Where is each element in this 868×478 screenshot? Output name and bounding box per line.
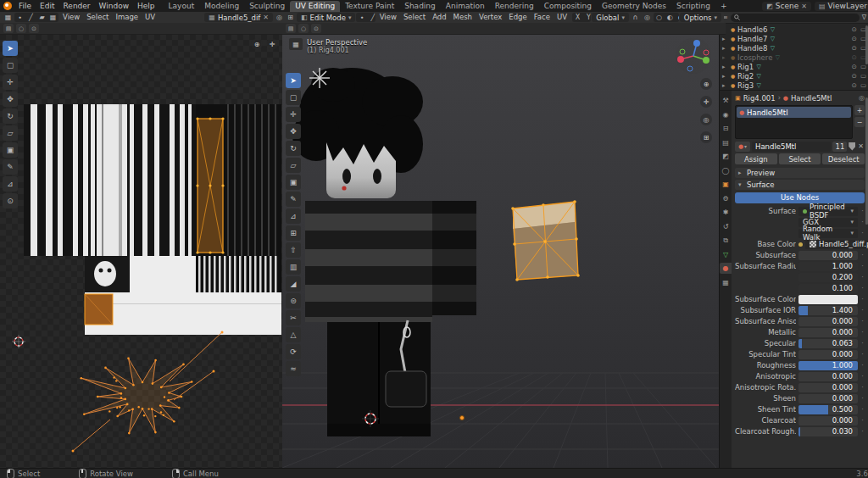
expand-arrow-icon[interactable]: ▸ <box>722 36 728 42</box>
uv-select-mode-icon[interactable]: ╱ <box>25 13 36 22</box>
viewport-tool-transform[interactable]: ▣ <box>286 175 301 190</box>
app-menu-item[interactable]: File <box>14 0 36 12</box>
viewport-tool-scale[interactable]: ▱ <box>286 158 301 173</box>
material-slot-list[interactable]: ● Handle5Mtl <box>735 105 853 139</box>
object-name[interactable]: Rig1 <box>737 63 754 71</box>
properties-tab-world[interactable]: ◯ <box>720 165 732 176</box>
decorator-dot[interactable]: · <box>860 340 865 347</box>
viewport-menu-item[interactable]: Mesh <box>450 12 476 23</box>
properties-tab-output[interactable]: ⊟ <box>720 123 732 134</box>
grid-ortho-icon[interactable]: ⊞ <box>700 131 712 143</box>
viewport-menu-item[interactable]: UV <box>554 12 570 23</box>
uv-tool-transform[interactable]: ▣ <box>3 142 18 158</box>
uv-menu-item[interactable]: Select <box>83 12 112 23</box>
decorator-dot[interactable]: · <box>860 329 865 336</box>
workspace-tab[interactable]: + <box>715 1 732 12</box>
viewport-shading-icon[interactable]: ◐ <box>665 13 676 22</box>
property-slider[interactable]: 1.000 <box>798 262 858 271</box>
viewport-tool-loop-cut[interactable]: ⊜ <box>286 293 301 308</box>
hide-eye-icon[interactable]: ⊙ <box>852 53 857 61</box>
workspace-tab[interactable]: Compositing <box>539 1 597 12</box>
object-name[interactable]: Handle8 <box>737 44 767 53</box>
viewport-tool-bevel[interactable]: ◢ <box>286 276 301 292</box>
unlink-image-icon[interactable]: ✕ <box>263 14 269 21</box>
camera-view-icon[interactable]: ◎ <box>700 114 712 125</box>
uv-tool-cursor-2d[interactable]: ✛ <box>3 75 18 90</box>
viewport-tool-cursor-3d[interactable]: ✛ <box>286 107 301 122</box>
pan-icon[interactable]: ✛ <box>700 96 712 108</box>
viewport-canvas[interactable] <box>282 34 719 468</box>
decorator-dot[interactable]: · <box>860 384 865 392</box>
decorator-dot[interactable]: · <box>860 263 865 270</box>
object-name[interactable]: Rig2 <box>737 72 754 81</box>
outliner-row[interactable]: ▸ ● Rig2 ▽ ⊙ ▭ <box>720 71 868 81</box>
decorator-dot[interactable]: · <box>860 395 865 403</box>
viewport-tool-annotate[interactable]: ✎ <box>286 192 301 207</box>
app-menu-item[interactable]: Edit <box>36 0 58 12</box>
mesh-select-mode-icon[interactable]: ╱ <box>367 13 375 22</box>
property-slider[interactable]: 1.000 <box>798 361 858 370</box>
outliner-row[interactable]: ▸ ● Handle8 ▽ ⊙ ▭ <box>720 43 868 53</box>
workspace-tab[interactable]: Animation <box>441 1 490 12</box>
filter-icon[interactable]: ∇ <box>862 14 866 21</box>
properties-tab-view-layer[interactable]: ▤ <box>720 137 732 148</box>
uv-pivot-icon[interactable]: ⊙ <box>29 24 39 33</box>
uv-editor-canvas[interactable] <box>0 34 284 468</box>
property-slider[interactable]: 0.063 <box>798 339 858 348</box>
properties-tab-physics[interactable]: ↺ <box>720 221 732 232</box>
properties-tab-object-data[interactable]: ▽ <box>720 249 732 260</box>
viewport-tool-add-cube[interactable]: ⊞ <box>286 225 301 241</box>
viewport-tool-poly-build[interactable]: △ <box>286 327 301 342</box>
breadcrumb-object[interactable]: Rig4.001 <box>743 94 776 103</box>
properties-tab-render[interactable]: ◉ <box>720 109 732 120</box>
property-slider[interactable]: 0.000 <box>798 416 858 425</box>
viewport-shading-icon[interactable]: ● <box>676 13 679 22</box>
orientation-selector[interactable]: Global ▾ <box>592 13 629 22</box>
property-slider[interactable]: 0.000 <box>798 251 858 260</box>
object-name[interactable]: Rig3 <box>737 81 754 90</box>
properties-tab-constraints[interactable]: ⧉ <box>720 235 732 246</box>
workspace-tab[interactable]: Scripting <box>671 1 715 12</box>
properties-tab-tool[interactable]: ⚒ <box>720 95 732 106</box>
properties-tab-texture[interactable]: ▦ <box>720 277 732 288</box>
viewport-tool-smooth[interactable]: ≈ <box>286 361 301 376</box>
decorator-dot[interactable]: · <box>860 362 865 370</box>
mesh-select-mode-icon[interactable]: ∙ <box>356 13 367 22</box>
decorator-dot[interactable]: · <box>860 230 865 237</box>
decorator-dot[interactable]: · <box>860 406 865 414</box>
workspace-tab[interactable]: Shading <box>399 1 441 12</box>
viewport-tool-inset-faces[interactable]: ▥ <box>286 259 301 275</box>
close-icon[interactable]: ✕ <box>801 3 807 10</box>
property-slider[interactable]: 0.500 <box>798 405 858 414</box>
decorator-dot[interactable]: · <box>860 252 865 259</box>
viewport-tool-knife[interactable]: ✂ <box>286 310 301 325</box>
workspace-tab[interactable]: Geometry Nodes <box>597 1 671 12</box>
workspace-tab[interactable]: Rendering <box>490 1 539 12</box>
property-slider[interactable]: 0.000 <box>798 383 858 392</box>
color-socket-icon[interactable] <box>798 242 803 247</box>
app-menu-item[interactable]: Render <box>59 0 95 12</box>
viewport-tool-rotate[interactable]: ↻ <box>286 141 301 156</box>
decorator-dot[interactable]: · <box>860 296 865 303</box>
decorator-dot[interactable]: · <box>860 351 865 358</box>
viewport-tool-extrude-region[interactable]: ⇧ <box>286 242 301 258</box>
properties-tab-object[interactable]: ▣ <box>720 179 732 190</box>
uv-menu-item[interactable]: Image <box>112 12 142 23</box>
material-slot-item[interactable]: ● Handle5Mtl <box>737 107 851 118</box>
browse-material-button[interactable]: ●▾ <box>735 142 750 152</box>
uv-tool-scale[interactable]: ▱ <box>3 125 18 141</box>
decorator-dot[interactable]: · <box>860 417 865 425</box>
viewport-menu-item[interactable]: Add <box>429 12 449 23</box>
uv-select-mode-icon[interactable]: ∙ <box>14 13 25 22</box>
viewport-tool-tweak[interactable]: ➤ <box>286 73 301 88</box>
preview-panel-header[interactable]: ▸ Preview <box>735 168 865 178</box>
viewport-tool-spin[interactable]: ⟳ <box>286 344 301 359</box>
property-slider[interactable]: 0.000 <box>798 372 858 381</box>
workspace-tab[interactable]: Texture Paint <box>340 1 399 12</box>
material-action-button[interactable]: Deselect <box>822 153 865 164</box>
zoom-icon[interactable]: ⊕ <box>700 78 712 90</box>
unlink-material-icon[interactable]: ✕ <box>857 142 865 150</box>
object-name[interactable]: Handle7 <box>737 35 767 43</box>
vp-snap-icon[interactable]: ○ <box>298 24 309 33</box>
viewport-menu-item[interactable]: Vertex <box>476 12 505 23</box>
